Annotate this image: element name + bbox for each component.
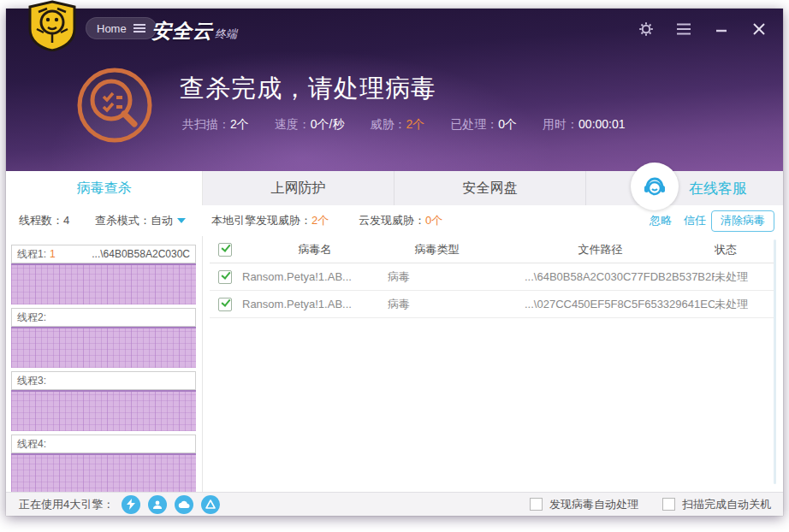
- tab-secure-drive[interactable]: 安全网盘: [394, 171, 586, 205]
- thread-path: ...\64B0B58A2C030C: [92, 248, 190, 260]
- user-engine-icon: [148, 495, 167, 514]
- virus-name: Ransom.Petya!1.AB...: [242, 270, 388, 283]
- status-bar: 正在使用4大引擎： 发现病毒自动处理 扫描完成自动关机: [6, 492, 783, 516]
- auto-shutdown-label: 扫描完成自动关机: [682, 497, 771, 512]
- scan-speed: 0个/秒: [311, 117, 345, 131]
- scanned-count: 2个: [230, 117, 249, 131]
- online-support-label: 在线客服: [689, 179, 747, 198]
- app-title: 安全云 终端: [151, 18, 237, 44]
- app-window: Home 安全云 终端: [6, 9, 783, 516]
- elapsed-time: 00:00:01: [578, 117, 626, 131]
- status-badge: 未处理: [715, 269, 776, 285]
- table-header-row: 病毒名 病毒类型 文件路径 状态: [210, 236, 776, 263]
- hamburger-menu-icon: [133, 24, 145, 33]
- auto-handle-label: 发现病毒自动处理: [549, 497, 638, 512]
- home-label: Home: [97, 22, 127, 35]
- clean-virus-button[interactable]: 清除病毒: [711, 210, 774, 232]
- settings-gear-icon[interactable]: [638, 21, 655, 38]
- online-support-button[interactable]: 在线客服: [586, 171, 783, 205]
- thread-activity-graph: [11, 453, 196, 494]
- tab-virus-scan[interactable]: 病毒查杀: [6, 171, 203, 205]
- app-title-main: 安全云: [151, 18, 213, 44]
- table-row[interactable]: Ransom.Petya!1.AB... 病毒 ...\64B0B58A2C03…: [210, 263, 776, 291]
- file-path: ...\027CC450EF5F8C5F653329641EC1FED9: [486, 298, 715, 310]
- ignore-link[interactable]: 忽略: [650, 213, 672, 228]
- virus-type: 病毒: [388, 269, 486, 285]
- table-row[interactable]: Ransom.Petya!1.AB... 病毒 ...\027CC450EF5F…: [210, 291, 776, 318]
- header-banner: Home 安全云 终端: [6, 9, 783, 171]
- scan-result-title: 查杀完成，请处理病毒: [180, 72, 436, 106]
- task-list-icon[interactable]: [675, 21, 692, 38]
- thread-count: 1: [50, 248, 56, 260]
- scan-toolbar: 线程数：4 查杀模式：自动 本地引擎发现威胁：2个 云发现威胁：0个 忽略 信任…: [6, 205, 783, 236]
- headset-icon: [631, 163, 679, 210]
- main-tabbar: 病毒查杀 上网防护 安全网盘 在线客服: [6, 171, 783, 205]
- thread-label: 线程1:: [17, 247, 46, 262]
- checkbox-box[interactable]: [662, 498, 675, 511]
- main-content: 线程1: 1 ...\64B0B58A2C030C 线程2: 线程3:: [6, 236, 783, 492]
- row-checkbox[interactable]: [218, 270, 232, 284]
- cloud-threats: 云发现威胁：0个: [359, 213, 442, 228]
- thread-activity-graph: [11, 263, 196, 304]
- column-file-path: 文件路径: [486, 242, 715, 257]
- scan-result-icon: [76, 67, 153, 144]
- column-virus-type: 病毒类型: [388, 242, 486, 257]
- trust-link[interactable]: 信任: [684, 213, 706, 228]
- app-title-sub: 终端: [215, 27, 237, 42]
- cloud-engine-icon: [175, 495, 193, 514]
- thread-label: 线程4:: [17, 437, 46, 452]
- lightning-engine-icon: [122, 495, 140, 514]
- thread-box-4: 线程4:: [11, 434, 196, 494]
- thread-box-2: 线程2:: [11, 308, 196, 368]
- minimize-icon[interactable]: [713, 21, 730, 38]
- column-virus-name: 病毒名: [242, 242, 388, 257]
- table-scrollbar[interactable]: [774, 239, 776, 484]
- checkbox-box[interactable]: [530, 498, 543, 511]
- thread-activity-graph: [11, 327, 196, 368]
- close-icon[interactable]: [750, 21, 768, 38]
- thread-count-label: 线程数：4: [19, 213, 69, 228]
- thread-panel: 线程1: 1 ...\64B0B58A2C030C 线程2: 线程3:: [6, 236, 203, 492]
- threat-count: 2个: [406, 117, 424, 131]
- drive-engine-icon: [201, 495, 220, 514]
- thread-box-1: 线程1: 1 ...\64B0B58A2C030C: [11, 245, 196, 304]
- file-path: ...\64B0B58A2C030C77FDB2B537B2FCC4A: [486, 270, 715, 283]
- local-engine-threats: 本地引擎发现威胁：2个: [211, 213, 329, 228]
- scan-stats: 共扫描：2个 速度：0个/秒 威胁：2个 已处理：0个 用时：00:00:01: [182, 117, 626, 133]
- thread-label: 线程2:: [17, 310, 46, 325]
- thread-activity-graph: [11, 390, 196, 431]
- row-checkbox[interactable]: [218, 298, 232, 311]
- auto-shutdown-checkbox[interactable]: 扫描完成自动关机: [662, 497, 771, 512]
- handled-count: 0个: [498, 117, 517, 131]
- virus-name: Ransom.Petya!1.AB...: [242, 298, 388, 310]
- lion-shield-logo: [25, 0, 80, 51]
- virus-type: 病毒: [388, 297, 486, 312]
- chevron-down-icon: [177, 218, 186, 223]
- virus-table: 病毒名 病毒类型 文件路径 状态 Ransom.Petya!1.AB... 病毒…: [210, 236, 776, 492]
- status-badge: 未处理: [715, 297, 776, 312]
- auto-handle-checkbox[interactable]: 发现病毒自动处理: [530, 497, 638, 512]
- home-button[interactable]: Home: [86, 17, 157, 39]
- scan-mode-dropdown[interactable]: 查杀模式：自动: [95, 213, 186, 228]
- thread-box-3: 线程3:: [11, 371, 196, 431]
- thread-label: 线程3:: [17, 374, 46, 388]
- tab-web-protection[interactable]: 上网防护: [203, 171, 394, 205]
- column-status: 状态: [715, 242, 776, 257]
- select-all-checkbox[interactable]: [218, 243, 232, 257]
- engines-label: 正在使用4大引擎：: [19, 497, 114, 512]
